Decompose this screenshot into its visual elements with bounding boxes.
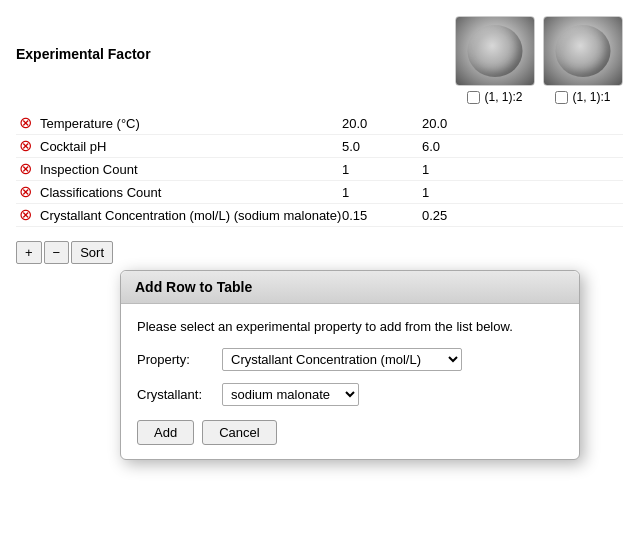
crystallant-select[interactable]: sodium malonate ammonium sulfate PEG 400… bbox=[222, 383, 359, 406]
dialog-description: Please select an experimental property t… bbox=[137, 318, 563, 336]
dialog-add-button[interactable]: Add bbox=[137, 420, 194, 445]
property-label: Property: bbox=[137, 352, 222, 367]
property-field: Property: Crystallant Concentration (mol… bbox=[137, 348, 563, 371]
dialog-body: Please select an experimental property t… bbox=[121, 304, 579, 459]
property-select[interactable]: Crystallant Concentration (mol/L) Temper… bbox=[222, 348, 462, 371]
add-row-dialog: Add Row to Table Please select an experi… bbox=[120, 270, 580, 460]
dialog-overlay: Add Row to Table Please select an experi… bbox=[0, 0, 639, 545]
dialog-title: Add Row to Table bbox=[121, 271, 579, 304]
dialog-buttons: Add Cancel bbox=[137, 420, 563, 445]
crystallant-field: Crystallant: sodium malonate ammonium su… bbox=[137, 383, 563, 406]
crystallant-label: Crystallant: bbox=[137, 387, 222, 402]
dialog-cancel-button[interactable]: Cancel bbox=[202, 420, 276, 445]
